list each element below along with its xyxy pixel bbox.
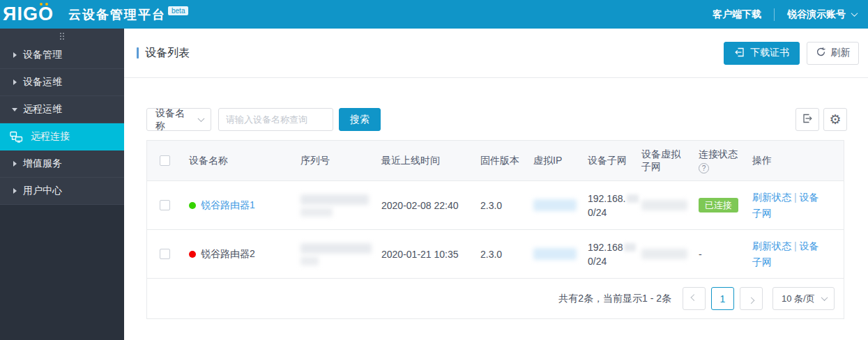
- search-button[interactable]: 搜索: [339, 108, 381, 131]
- device-table: 设备名称 序列号 最近上线时间 固件版本 虚拟IP 设备子网 设备虚拟子网 连接…: [146, 140, 844, 319]
- remote-connection-icon: [10, 131, 23, 143]
- chevron-down-icon: [851, 10, 858, 17]
- virtual-subnet-cell: [630, 181, 687, 229]
- serial-redacted: [300, 243, 372, 254]
- row-select-cell: [147, 230, 178, 278]
- sidebar-item-device-operations[interactable]: 设备运维: [0, 69, 124, 96]
- header-cell-firmware: 固件版本: [469, 141, 522, 180]
- search-input[interactable]: [218, 108, 333, 131]
- next-page-button[interactable]: [740, 287, 763, 310]
- virtual-ip-cell: [522, 181, 577, 229]
- connection-status-cell: 已连接: [687, 181, 741, 229]
- logo-text: ЯIG: [3, 5, 38, 24]
- caret-right-icon: [13, 161, 17, 167]
- subnet-cell: 192.168 0/24: [577, 230, 630, 278]
- table-row: 锐谷路由器1 2020-02-08 22:40 2.3.0 192.168. 0…: [147, 180, 844, 229]
- serial-cell: [289, 230, 370, 278]
- virtual-ip-cell: [522, 230, 577, 278]
- sidebar-collapse-handle[interactable]: [0, 29, 124, 42]
- logo-dot: [45, 3, 48, 6]
- sidebar-item-device-management[interactable]: 设备管理: [0, 42, 124, 69]
- refresh-status-link[interactable]: 刷新状态: [752, 192, 791, 203]
- device-name-cell: 锐谷路由器1: [178, 181, 289, 229]
- action-separator: |: [794, 192, 797, 203]
- page-size-select[interactable]: 10 条/页: [772, 287, 835, 310]
- refresh-icon: [816, 47, 826, 59]
- page-title: 设备列表: [137, 46, 190, 61]
- virtual-ip-redacted: [533, 199, 577, 211]
- export-icon: [802, 113, 813, 126]
- sidebar-item-user-center[interactable]: 用户中心: [0, 178, 124, 205]
- serial-redacted: [300, 194, 369, 205]
- page-actions: 下载证书 刷新: [724, 42, 859, 65]
- header-cell-last-online: 最近上线时间: [370, 141, 469, 180]
- device-name-link[interactable]: 锐谷路由器1: [201, 199, 255, 212]
- virtual-ip-redacted: [533, 248, 577, 260]
- header-cell-select-all: [147, 141, 178, 180]
- firmware-cell: 2.3.0: [469, 230, 522, 278]
- actions-cell: 刷新状态| 设备子网: [741, 230, 844, 278]
- virtual-subnet-redacted: [641, 200, 687, 210]
- topbar-divider: [774, 8, 775, 21]
- chevron-down-icon: [821, 294, 828, 301]
- last-online-cell: 2020-02-08 22:40: [370, 181, 469, 229]
- sidebar-item-remote-connect[interactable]: 远程连接: [0, 123, 124, 150]
- export-button[interactable]: [795, 108, 819, 131]
- serial-cell: [289, 181, 370, 229]
- topbar-right: 客户端下载 锐谷演示账号: [713, 8, 868, 21]
- serial-redacted: [300, 256, 319, 265]
- logo-o: O: [38, 5, 53, 24]
- actions-cell: 刷新状态| 设备子网: [741, 181, 844, 229]
- sidebar-item-remote-operations[interactable]: 远程运维: [0, 96, 124, 123]
- select-all-checkbox[interactable]: [160, 155, 170, 166]
- app-header: ЯIGO 云设备管理平台beta 客户端下载 锐谷演示账号: [0, 0, 868, 29]
- subnet-cell: 192.168. 0/24: [577, 181, 630, 229]
- online-status-dot: [189, 202, 196, 209]
- header-cell-name: 设备名称: [178, 141, 289, 180]
- account-menu[interactable]: 锐谷演示账号: [787, 8, 857, 21]
- caret-right-icon: [13, 52, 17, 58]
- pagination-bar: 共有2条，当前显示1 - 2条 1 10 条/页: [147, 278, 844, 318]
- column-settings-button[interactable]: ⚙: [823, 108, 847, 131]
- header-cell-virtual-subnet: 设备虚拟子网: [630, 141, 687, 180]
- client-download-link[interactable]: 客户端下载: [713, 8, 761, 21]
- help-icon[interactable]: ?: [699, 163, 709, 173]
- refresh-button[interactable]: 刷新: [807, 42, 859, 65]
- status-badge: 已连接: [699, 198, 738, 212]
- sidebar-item-value-added-services[interactable]: 增值服务: [0, 150, 124, 178]
- main-content: 设备列表 下载证书: [124, 29, 868, 340]
- device-name-cell: 锐谷路由器2: [178, 230, 289, 278]
- logo-dot: [40, 3, 43, 6]
- chevron-down-icon: [198, 115, 205, 122]
- subnet-redacted: [624, 243, 636, 252]
- gear-icon: ⚙: [829, 113, 841, 126]
- download-cert-button[interactable]: 下载证书: [724, 42, 800, 65]
- search-field-select[interactable]: 设备名称: [146, 108, 211, 131]
- account-name: 锐谷演示账号: [787, 8, 846, 21]
- sidebar: 设备管理 设备运维 远程运维 远程连接 增值服务: [0, 29, 124, 340]
- virtual-subnet-cell: [630, 230, 687, 278]
- row-checkbox[interactable]: [160, 200, 170, 210]
- virtual-subnet-redacted: [641, 249, 687, 259]
- logo: ЯIGO: [0, 5, 64, 24]
- row-checkbox[interactable]: [160, 249, 170, 259]
- sidebar-menu: 设备管理 设备运维 远程运维 远程连接 增值服务: [0, 29, 124, 205]
- beta-badge: beta: [168, 6, 188, 15]
- header-cell-connection: 连接状态 ?: [687, 141, 741, 180]
- refresh-status-link[interactable]: 刷新状态: [752, 240, 791, 252]
- caret-down-icon: [12, 108, 17, 111]
- table-row: 锐谷路由器2 2020-01-21 10:35 2.3.0 192.168 0/…: [147, 229, 844, 278]
- page-1-button[interactable]: 1: [711, 287, 734, 310]
- title-accent-bar: [137, 47, 139, 59]
- table-header-row: 设备名称 序列号 最近上线时间 固件版本 虚拟IP 设备子网 设备虚拟子网 连接…: [147, 140, 844, 180]
- row-select-cell: [147, 181, 178, 229]
- prev-page-button[interactable]: [683, 287, 706, 310]
- search-toolbar: 设备名称 搜索 ⚙: [146, 108, 847, 131]
- connection-status-cell: -: [687, 230, 741, 278]
- caret-right-icon: [13, 79, 17, 85]
- serial-redacted: [300, 208, 333, 217]
- action-separator: |: [794, 240, 797, 252]
- header-cell-virtual-ip: 虚拟IP: [522, 141, 577, 180]
- header-cell-actions: 操作: [741, 141, 844, 180]
- caret-right-icon: [13, 188, 17, 194]
